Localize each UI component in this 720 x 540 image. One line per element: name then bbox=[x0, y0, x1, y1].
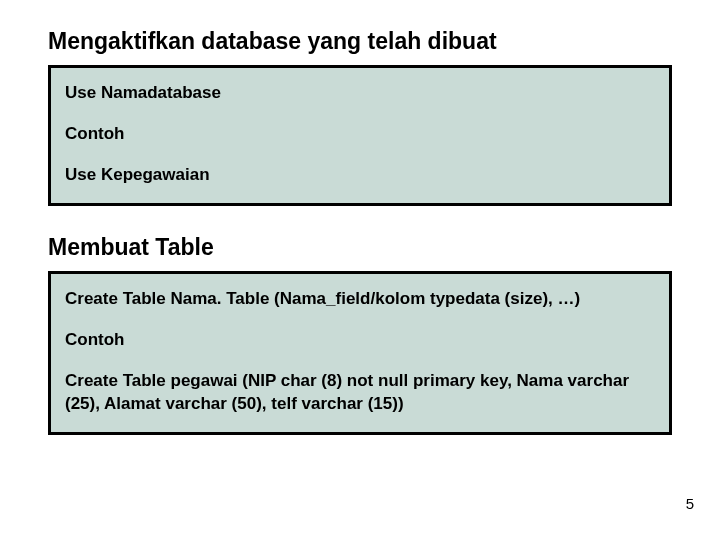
page-number: 5 bbox=[686, 495, 694, 512]
code-line: Create Table pegawai (NIP char (8) not n… bbox=[65, 370, 655, 416]
code-line: Contoh bbox=[65, 123, 655, 146]
section-heading-create-table: Membuat Table bbox=[48, 234, 672, 261]
code-line: Contoh bbox=[65, 329, 655, 352]
section-heading-activate-db: Mengaktifkan database yang telah dibuat bbox=[48, 28, 672, 55]
code-line: Create Table Nama. Table (Nama_field/kol… bbox=[65, 288, 655, 311]
code-line: Use Namadatabase bbox=[65, 82, 655, 105]
code-line: Use Kepegawaian bbox=[65, 164, 655, 187]
code-box-create-table: Create Table Nama. Table (Nama_field/kol… bbox=[48, 271, 672, 435]
code-box-activate-db: Use Namadatabase Contoh Use Kepegawaian bbox=[48, 65, 672, 206]
